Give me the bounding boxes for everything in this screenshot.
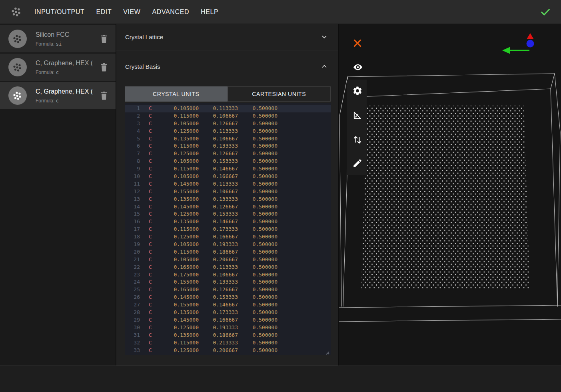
coord-x: 0.145000 [154,180,199,188]
coord-x: 0.115000 [154,112,199,120]
tab-cartesian-units[interactable]: CARTESIAN UNITS [228,86,331,102]
coord-x: 0.135000 [154,196,199,203]
axes-gizmo [498,32,542,64]
element-symbol: C [149,105,154,112]
coord-x: 0.135000 [154,332,199,339]
element-symbol: C [149,271,154,279]
coord-z: 0.500000 [238,248,278,256]
line-number: 1 [125,105,140,112]
element-symbol: C [149,142,154,150]
basis-row: 26 C 0.145000 0.153333 0.500000 [125,294,331,301]
line-number: 13 [125,196,140,203]
material-title: C, Graphene, HEX (P [36,88,92,95]
line-number: 30 [125,324,140,332]
tab-crystal-units[interactable]: CRYSTAL UNITS [125,86,228,102]
material-list-item[interactable]: C, Graphene, HEX (P Formula: c [0,82,116,109]
visibility-eye-icon[interactable] [352,62,363,72]
line-number: 16 [125,218,140,226]
basis-row: 22 C 0.165000 0.113333 0.500000 [125,264,331,271]
element-symbol: C [149,256,154,264]
coord-z: 0.500000 [238,264,278,271]
basis-row: 19 C 0.105000 0.193333 0.500000 [125,241,331,248]
coord-z: 0.500000 [238,339,278,347]
coord-y: 0.173333 [199,309,238,316]
coord-x: 0.115000 [154,248,199,256]
line-number: 8 [125,158,140,165]
editor-resize-handle[interactable] [325,349,329,354]
chevron-down-icon [320,33,328,41]
coord-y: 0.133333 [199,278,238,286]
menu-item-edit[interactable]: EDIT [96,8,112,16]
element-symbol: C [149,112,154,120]
coord-z: 0.500000 [238,173,278,180]
menu-item-input-output[interactable]: INPUT/OUTPUT [34,8,84,16]
element-symbol: C [149,135,154,143]
line-number: 9 [125,165,140,173]
menu-item-advanced[interactable]: ADVANCED [152,8,190,16]
line-number: 12 [125,188,140,196]
coord-y: 0.126667 [199,150,238,158]
element-symbol: C [149,339,154,347]
settings-gear-icon[interactable] [352,86,363,96]
coord-z: 0.500000 [238,150,278,158]
coord-z: 0.500000 [238,278,278,286]
basis-row: 1 C 0.105000 0.113333 0.500000 [125,105,331,112]
element-symbol: C [149,188,154,196]
element-symbol: C [149,294,154,301]
coord-y: 0.106667 [199,135,238,143]
coord-x: 0.105000 [154,241,199,248]
coord-y: 0.126667 [199,203,238,211]
toggle-up-down-arrows-icon[interactable] [352,134,363,144]
measure-ruler-icon[interactable] [352,110,363,120]
basis-row: 15 C 0.125000 0.153333 0.500000 [125,210,331,218]
crystal-editor-panel: Crystal Lattice Crystal Basis CRYSTAL UN… [116,24,339,366]
element-symbol: C [149,226,154,233]
delete-material-icon[interactable] [100,91,108,100]
basis-row: 30 C 0.125000 0.193333 0.500000 [125,324,331,332]
material-list-item[interactable]: Silicon FCC Formula: si [0,25,116,52]
coord-x: 0.125000 [154,233,199,241]
confirm-check-icon[interactable] [539,6,551,18]
element-symbol: C [149,218,154,226]
line-number: 26 [125,294,140,301]
coord-z: 0.500000 [238,324,278,332]
basis-row: 17 C 0.115000 0.173333 0.500000 [125,226,331,233]
coord-y: 0.206667 [199,256,238,264]
close-icon[interactable] [352,38,363,48]
material-avatar [8,86,27,105]
bottom-bar [0,366,561,392]
basis-row: 20 C 0.115000 0.186667 0.500000 [125,248,331,256]
delete-material-icon[interactable] [100,34,108,44]
coord-y: 0.193333 [199,324,238,332]
coord-y: 0.153333 [199,294,238,301]
viewer-3d[interactable] [339,24,561,366]
element-symbol: C [149,278,154,286]
edit-pencil-icon[interactable] [352,158,363,168]
materials-sidebar: Silicon FCC Formula: si C, Graphene, HEX… [0,24,116,366]
material-list-item[interactable]: C, Graphene, HEX (P Formula: c [0,54,116,81]
coord-x: 0.125000 [154,347,199,354]
basis-coordinates-editor[interactable]: 1 C 0.105000 0.113333 0.500000 2 C 0.115… [125,103,331,355]
app-logo-icon[interactable] [10,5,23,19]
coord-y: 0.153333 [199,158,238,165]
basis-row: 31 C 0.135000 0.186667 0.500000 [125,332,331,339]
line-number: 27 [125,301,140,309]
basis-row: 11 C 0.145000 0.113333 0.500000 [125,180,331,188]
menu-item-help[interactable]: HELP [201,8,218,16]
crystal-basis-section-header[interactable]: Crystal Basis [116,50,338,82]
coord-z: 0.500000 [238,165,278,173]
crystal-lattice-section-header[interactable]: Crystal Lattice [116,24,338,50]
menu-item-view[interactable]: VIEW [123,8,140,16]
basis-row: 18 C 0.125000 0.166667 0.500000 [125,233,331,241]
formula-value: c [56,70,59,75]
delete-material-icon[interactable] [100,62,108,72]
basis-row: 12 C 0.155000 0.106667 0.500000 [125,188,331,196]
element-symbol: C [149,128,154,135]
line-number: 33 [125,347,140,354]
basis-row: 21 C 0.105000 0.206667 0.500000 [125,256,331,264]
line-number: 3 [125,120,140,128]
line-number: 32 [125,339,140,347]
line-number: 25 [125,286,140,294]
line-number: 4 [125,128,140,135]
basis-row: 23 C 0.175000 0.106667 0.500000 [125,271,331,279]
